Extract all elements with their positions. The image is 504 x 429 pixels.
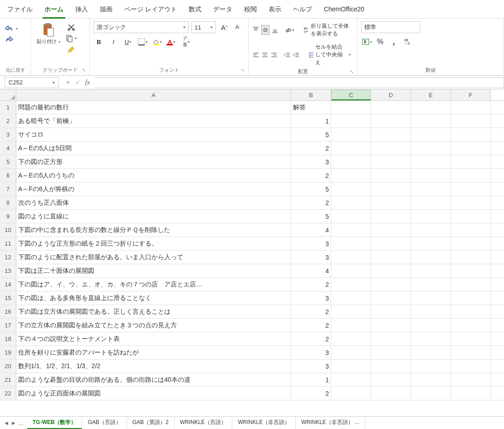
font-color-button[interactable]: A▾ [166,37,177,47]
cell[interactable]: 2 [291,196,331,209]
sheet-tab[interactable]: WRINKLE（言語） [175,417,233,429]
cell[interactable]: 5 [291,182,331,196]
cell[interactable]: 2 [291,319,331,332]
bold-button[interactable]: B [93,37,104,47]
cell[interactable]: ある暗号で「前橋」 [16,114,291,128]
align-center-icon[interactable] [261,50,269,60]
undo-button[interactable]: ▾ [4,24,18,33]
align-middle-icon[interactable] [261,25,269,35]
cell[interactable] [411,278,451,291]
cell[interactable] [411,101,451,114]
cell[interactable] [371,155,411,168]
dialog-launcher-icon[interactable]: ⤡ [350,69,353,74]
row-header[interactable]: 17 [0,319,16,332]
cell[interactable] [331,128,371,141]
ribbon-tab[interactable]: ホーム [44,4,64,18]
ribbon-tab[interactable]: データ [212,4,233,18]
cell[interactable]: A～Eの5人のうちの [16,169,291,182]
row-header[interactable]: 7 [0,182,16,196]
cell[interactable] [371,237,411,250]
cell[interactable] [371,332,411,345]
cell[interactable] [331,360,371,373]
increase-font-icon[interactable]: A^ [219,22,230,32]
cell[interactable] [451,346,491,359]
cell[interactable]: 解答 [291,101,331,114]
cell[interactable] [451,169,491,182]
cell[interactable] [451,223,491,237]
cell[interactable] [411,210,451,223]
cell[interactable]: 1 [291,373,331,386]
cell[interactable] [411,387,451,400]
cell[interactable] [451,264,491,277]
ribbon-tab[interactable]: 描画 [99,4,113,18]
ribbon-tab[interactable]: 数式 [188,4,202,18]
font-name-select[interactable]: 游ゴシック▾ [93,21,189,33]
increase-decimal-icon[interactable]: .00→.0 [402,37,413,47]
cell[interactable] [331,291,371,305]
align-left-icon[interactable] [252,50,259,60]
cell[interactable] [411,291,451,305]
cell[interactable] [411,373,451,386]
row-header[interactable]: 6 [0,169,16,182]
cell[interactable] [451,251,491,264]
cell[interactable]: 下図は正二十面体の展開図 [16,264,291,277]
cell[interactable]: 2 [291,142,331,155]
sheet-nav-next-icon[interactable]: ► [11,420,16,426]
cell[interactable] [411,332,451,345]
cell[interactable] [371,182,411,196]
row-header[interactable]: 15 [0,291,16,305]
sheet-nav-prev-icon[interactable]: ◄ [4,420,9,426]
merge-center-button[interactable]: セルを結合して中央揃え▾ [306,42,353,67]
column-header[interactable]: C [331,89,371,100]
cell[interactable] [451,196,491,209]
sheet-tab[interactable]: WRINKLE（非言語） [232,417,296,429]
row-header[interactable]: 13 [0,264,16,277]
cell[interactable] [451,291,491,305]
ribbon-tab[interactable]: 挿入 [74,4,89,18]
row-header[interactable]: 22 [0,387,16,400]
sheet-tab[interactable]: WRINKLE（非言語） ... [296,417,365,429]
row-header[interactable]: 4 [0,142,16,155]
cell[interactable]: 2 [291,305,331,318]
row-header[interactable]: 12 [0,251,16,264]
cell[interactable]: A～Eの5人は5日間 [16,142,291,155]
cell[interactable] [411,182,451,196]
cell[interactable] [411,251,451,264]
align-right-icon[interactable] [270,50,278,60]
cell[interactable] [371,291,411,305]
name-box[interactable]: C252▾ [5,77,59,88]
enter-formula-icon[interactable]: ✓ [73,79,82,86]
cell[interactable] [451,332,491,345]
cell[interactable] [451,237,491,250]
format-painter-button[interactable] [67,45,76,53]
cell[interactable] [331,155,371,168]
cell[interactable] [451,142,491,155]
cell[interactable]: 3 [291,291,331,305]
cell[interactable] [331,114,371,128]
cell[interactable] [371,196,411,209]
cell[interactable]: 次のうち正八面体 [16,196,291,209]
cell[interactable] [371,278,411,291]
cell[interactable]: 2 [291,169,331,182]
cell[interactable] [371,114,411,128]
cell[interactable] [331,101,371,114]
cell[interactable] [331,319,371,332]
cell[interactable] [371,305,411,318]
redo-button[interactable] [4,35,15,44]
column-header[interactable]: A [16,89,291,100]
cell[interactable]: 問題の最初の数行 [16,101,291,114]
ribbon-tab[interactable]: ページ レイアウト [123,4,178,18]
cell[interactable] [371,142,411,155]
row-header[interactable]: 1 [0,101,16,114]
cell[interactable]: 図のように直線に [16,210,291,223]
cell[interactable] [371,319,411,332]
cell[interactable] [331,196,371,209]
align-top-icon[interactable] [252,25,259,35]
cell[interactable] [451,387,491,400]
italic-button[interactable]: I [108,37,119,47]
cell[interactable] [331,387,371,400]
ribbon-tab[interactable]: ファイル [6,4,34,18]
cell[interactable] [331,373,371,386]
cell[interactable] [451,278,491,291]
ribbon-tab[interactable]: 表示 [268,4,282,18]
